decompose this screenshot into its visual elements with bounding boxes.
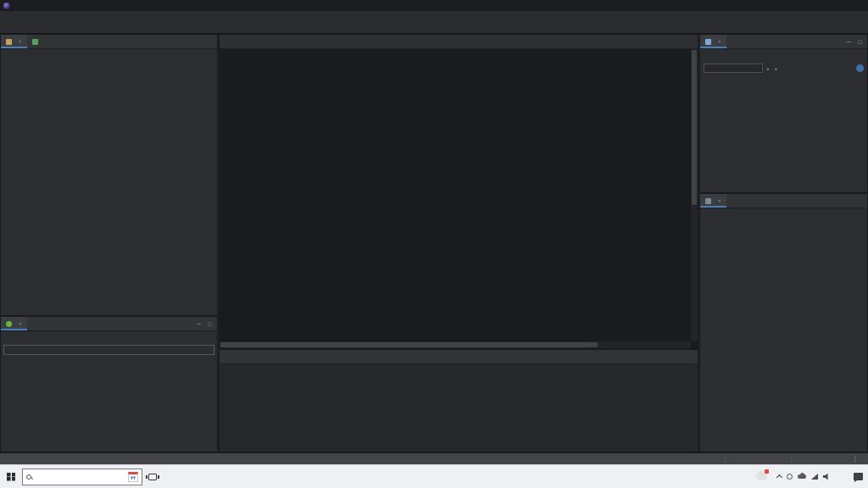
grip-icon: ⋮ [722, 456, 728, 463]
close-button[interactable] [846, 0, 868, 11]
network-icon[interactable] [811, 474, 818, 480]
windows-taskbar [0, 464, 868, 488]
boot-dashboard-tree [1, 357, 217, 358]
package-explorer-tabbar: × [1, 35, 217, 49]
news-widget-icon[interactable] [128, 472, 138, 482]
package-explorer-panel: × [0, 34, 218, 316]
console-panel [219, 349, 698, 452]
window-controls [802, 0, 868, 11]
chevron-right-icon: ▸ [767, 66, 770, 71]
hierarchy-icon [32, 39, 38, 45]
boot-panel-window-buttons: ─ □ [195, 319, 217, 328]
windows-logo-icon [7, 473, 15, 481]
task-list-filter-row: ▸ ▸ [700, 61, 867, 75]
close-tab-icon[interactable]: × [718, 198, 721, 203]
system-tray [774, 474, 839, 480]
close-tab-icon[interactable]: × [19, 321, 22, 326]
tray-status-icon[interactable] [787, 474, 793, 480]
task-panel-window-buttons: ─ □ [845, 37, 867, 46]
taskbar-search-box[interactable] [22, 469, 142, 485]
grip-icon: │ [854, 456, 857, 462]
editor-lines [220, 50, 691, 348]
line-ending-indicator[interactable]: │ [854, 453, 860, 464]
status-bar: ⋮ ⋮ │ [0, 452, 868, 464]
editor-area[interactable] [220, 49, 698, 348]
minimize-icon[interactable]: ─ [845, 37, 853, 46]
package-explorer-tree [1, 49, 217, 51]
weather-widget[interactable] [753, 473, 774, 480]
tab-boot-dashboard[interactable]: × [1, 317, 27, 330]
boot-dashboard-panel: × ─ □ [0, 316, 218, 452]
editor-horizontal-scrollbar[interactable] [220, 341, 691, 348]
maximize-button[interactable] [824, 0, 846, 11]
maximize-icon[interactable]: □ [856, 37, 864, 46]
show-hidden-icons-chevron[interactable] [776, 474, 782, 480]
task-list-panel: × ─ □ ▸ ▸ [699, 34, 868, 193]
boot-dashboard-tabbar: × ─ □ [1, 317, 217, 331]
task-search-input[interactable] [704, 64, 763, 73]
help-icon[interactable] [856, 64, 864, 72]
filter-all-dropdown[interactable]: ▸ [767, 66, 771, 71]
onedrive-icon[interactable] [798, 474, 806, 479]
search-icon [26, 474, 31, 480]
console-message [220, 364, 698, 452]
eclipse-logo-icon [3, 3, 10, 9]
outline-icon [705, 198, 711, 204]
task-list-toolbar [700, 49, 867, 61]
tab-type-hierarchy[interactable] [27, 35, 46, 48]
title-bar [0, 0, 868, 11]
start-button[interactable] [0, 465, 22, 488]
editor-panel [219, 34, 698, 349]
boot-filter-box [3, 345, 214, 355]
task-list-icon [705, 39, 711, 45]
notification-bubble-icon [854, 473, 863, 480]
minimize-button[interactable] [802, 0, 824, 11]
encoding-indicator[interactable]: ⋮ [788, 453, 797, 464]
console-tabbar [220, 350, 698, 364]
outline-tabbar: × [700, 194, 867, 208]
outline-panel: × [699, 193, 868, 452]
tab-package-explorer[interactable]: × [1, 35, 27, 48]
task-list-tabbar: × ─ □ [700, 35, 867, 49]
weather-cloud-icon [756, 473, 767, 480]
eclipse-ide-window: × × ─ □ [0, 0, 868, 488]
tab-outline[interactable]: × [700, 194, 726, 208]
minimize-icon[interactable]: ─ [195, 319, 203, 328]
editor-tabbar [220, 35, 698, 49]
activate-task-dropdown[interactable]: ▸ [776, 66, 780, 71]
close-tab-icon[interactable]: × [19, 39, 22, 44]
menubar [0, 11, 868, 19]
grip-icon: ⋮ [788, 456, 794, 463]
action-center-button[interactable] [848, 465, 868, 488]
task-view-icon [148, 474, 157, 480]
outline-tree [700, 208, 867, 210]
main-toolbar [0, 19, 868, 34]
package-icon [6, 39, 12, 45]
task-view-button[interactable] [142, 465, 163, 488]
volume-icon[interactable] [823, 474, 831, 480]
boot-filter-input[interactable] [4, 346, 214, 354]
editor-vertical-scrollbar[interactable] [691, 49, 698, 341]
boot-dashboard-toolbar [1, 331, 217, 343]
spring-boot-icon [6, 321, 12, 327]
tab-task-list[interactable]: × [700, 35, 726, 48]
maximize-icon[interactable]: □ [206, 319, 214, 328]
chevron-right-icon: ▸ [776, 66, 778, 71]
background-job-status[interactable]: ⋮ [722, 453, 731, 464]
close-tab-icon[interactable]: × [718, 39, 721, 44]
